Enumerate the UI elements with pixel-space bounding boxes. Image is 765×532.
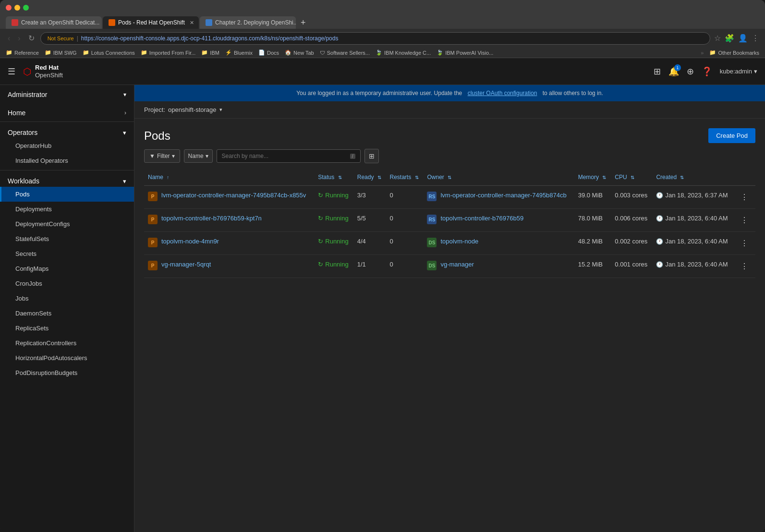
bookmark-ibm[interactable]: 📁 IBM <box>201 49 219 56</box>
bookmark-bluemix-icon: ⚡ <box>225 49 232 56</box>
extension-icon[interactable]: 🧩 <box>725 34 734 43</box>
status-text: Running <box>325 238 348 245</box>
search-slash-icon: / <box>350 154 355 159</box>
col-created-label: Created <box>656 174 677 181</box>
reload-button[interactable]: ↻ <box>26 32 36 45</box>
sidebar-item-replicationcontrollers[interactable]: ReplicationControllers <box>0 336 134 351</box>
bookmark-ibm-swg-label: IBM SWG <box>53 50 77 56</box>
col-owner-label: Owner <box>427 174 444 181</box>
new-tab-button[interactable]: + <box>297 18 310 28</box>
redhat-icon: ⬡ <box>23 66 31 77</box>
sidebar-item-replicasets[interactable]: ReplicaSets <box>0 321 134 336</box>
columns-button[interactable]: ⊞ <box>364 149 379 163</box>
col-status[interactable]: Status ⇅ <box>314 169 353 186</box>
bookmark-newtab[interactable]: 🏠 New Tab <box>285 49 314 56</box>
ready-cell: 5/5 <box>353 209 386 232</box>
sidebar-item-pdb[interactable]: PodDisruptionBudgets <box>0 365 134 380</box>
bookmark-imported[interactable]: 📁 Imported From Fir... <box>141 49 196 56</box>
col-memory[interactable]: Memory ⇅ <box>574 169 611 186</box>
col-restarts[interactable]: Restarts ⇅ <box>386 169 423 186</box>
bookmark-star-icon[interactable]: ☆ <box>714 34 721 43</box>
sidebar-item-operatorhub[interactable]: OperatorHub <box>0 138 134 153</box>
sidebar-operators-header[interactable]: Operators ▾ <box>0 124 134 138</box>
sidebar-item-cronjobs[interactable]: CronJobs <box>0 276 134 291</box>
sidebar-item-deploymentconfigs[interactable]: DeploymentConfigs <box>0 217 134 231</box>
sidebar-home-header[interactable]: Home › <box>0 104 134 120</box>
apps-grid-icon[interactable]: ⊞ <box>654 66 661 77</box>
forward-button[interactable]: › <box>16 32 22 45</box>
sidebar-item-jobs[interactable]: Jobs <box>0 291 134 306</box>
created-cell: 🕐 Jan 18, 2023, 6:37 AM <box>656 192 729 199</box>
nav-icons: ☆ 🧩 👤 ⋮ <box>714 34 759 43</box>
browser-nav: ‹ › ↻ Not Secure | https://console-opens… <box>0 29 765 48</box>
window-maximize[interactable] <box>23 5 29 11</box>
filter-button[interactable]: ▼ Filter ▾ <box>144 149 180 163</box>
bookmark-lotus[interactable]: 📁 Lotus Connections <box>83 49 135 56</box>
bookmark-folder-icon: 📁 <box>83 49 89 56</box>
notifications-icon[interactable]: 🔔 1 <box>668 66 679 77</box>
bookmark-bluemix[interactable]: ⚡ Bluemix <box>225 49 253 56</box>
tab-3[interactable]: Chapter 2. Deploying OpenShi... ✕ <box>200 16 296 29</box>
pod-name-link[interactable]: lvm-operator-controller-manager-7495b874… <box>161 192 306 199</box>
bookmark-ibm-swg[interactable]: 📁 IBM SWG <box>45 49 77 56</box>
sidebar-item-pods[interactable]: Pods <box>0 187 134 202</box>
bookmark-ibm-powerai[interactable]: 🍃 IBM PowerAI Visio... <box>437 49 493 56</box>
row-kebab-button[interactable]: ⋮ <box>738 261 751 272</box>
row-kebab-button[interactable]: ⋮ <box>738 238 751 249</box>
col-ready[interactable]: Ready ⇅ <box>353 169 386 186</box>
tab-2-close[interactable]: ✕ <box>190 20 194 26</box>
pod-name-link[interactable]: vg-manager-5qrqt <box>161 261 211 268</box>
owner-link[interactable]: vg-manager <box>440 261 474 268</box>
sidebar-workloads-header[interactable]: Workloads ▾ <box>0 172 134 187</box>
pod-name-link[interactable]: topolvm-node-4mn9r <box>161 238 219 245</box>
project-selector[interactable]: Project: openshift-storage ▾ <box>144 106 755 113</box>
sidebar-item-daemonsets[interactable]: DaemonSets <box>0 306 134 321</box>
bookmark-reference[interactable]: 📁 Reference <box>6 49 39 56</box>
sidebar-item-deployments[interactable]: Deployments <box>0 202 134 217</box>
help-icon[interactable]: ❓ <box>702 66 712 77</box>
sidebar-role-label: Administrator <box>8 91 47 98</box>
plus-icon[interactable]: ⊕ <box>687 66 694 77</box>
bookmark-software[interactable]: 🛡 Software Sellers... <box>320 50 370 56</box>
sidebar-item-secrets[interactable]: Secrets <box>0 246 134 261</box>
user-menu[interactable]: kube:admin ▾ <box>720 68 757 75</box>
col-created[interactable]: Created ⇅ <box>652 169 733 186</box>
search-input[interactable] <box>222 153 348 159</box>
row-kebab-button[interactable]: ⋮ <box>738 192 751 203</box>
sidebar-item-hpa[interactable]: HorizontalPodAutoscalers <box>0 351 134 365</box>
owner-link[interactable]: topolvm-node <box>440 238 478 245</box>
account-icon[interactable]: 👤 <box>738 34 748 43</box>
col-name[interactable]: Name ↑ <box>144 169 314 186</box>
col-owner[interactable]: Owner ⇅ <box>423 169 574 186</box>
row-kebab-button[interactable]: ⋮ <box>738 215 751 226</box>
owner-link[interactable]: lvm-operator-controller-manager-7495b874… <box>440 192 566 199</box>
oauth-config-link[interactable]: cluster OAuth configuration <box>468 90 537 97</box>
name-filter-dropdown[interactable]: Name ▾ <box>184 149 213 163</box>
sidebar-item-configmaps[interactable]: ConfigMaps <box>0 261 134 276</box>
create-pod-button[interactable]: Create Pod <box>708 128 755 143</box>
col-cpu[interactable]: CPU ⇅ <box>611 169 652 186</box>
address-bar[interactable]: Not Secure | https://console-openshift-c… <box>40 32 710 45</box>
bookmark-ibm-powerai-label: IBM PowerAI Visio... <box>445 50 493 56</box>
cpu-cell: 0.006 cores <box>611 209 652 232</box>
sidebar-item-installed-operators[interactable]: Installed Operators <box>0 153 134 168</box>
more-options-icon[interactable]: ⋮ <box>752 34 759 43</box>
tab-1[interactable]: Create an OpenShift Dedicat... ✕ <box>6 16 102 29</box>
back-button[interactable]: ‹ <box>6 32 12 45</box>
clock-icon: 🕐 <box>656 215 663 222</box>
pod-name-link[interactable]: topolvm-controller-b76976b59-kpt7n <box>161 215 262 222</box>
bookmark-docs[interactable]: 📄 Docs <box>258 49 279 56</box>
window-close[interactable] <box>6 5 12 11</box>
clock-icon: 🕐 <box>656 238 663 245</box>
tab-2[interactable]: Pods - Red Hat OpenShift ✕ <box>103 16 199 29</box>
owner-link[interactable]: topolvm-controller-b76976b59 <box>440 215 523 222</box>
pod-badge: P <box>148 261 158 270</box>
memory-sort-icon: ⇅ <box>602 175 606 180</box>
sidebar-item-statefulsets[interactable]: StatefulSets <box>0 231 134 246</box>
sidebar-role-selector[interactable]: Administrator ▾ <box>0 85 134 104</box>
hamburger-menu[interactable]: ☰ <box>8 66 15 77</box>
bookmark-ibm-knowledge[interactable]: 🍃 IBM Knowledge C... <box>376 49 431 56</box>
window-minimize[interactable] <box>14 5 20 11</box>
created-text: Jan 18, 2023, 6:37 AM <box>665 192 728 199</box>
bookmark-other[interactable]: 📁 Other Bookmarks <box>709 49 759 56</box>
